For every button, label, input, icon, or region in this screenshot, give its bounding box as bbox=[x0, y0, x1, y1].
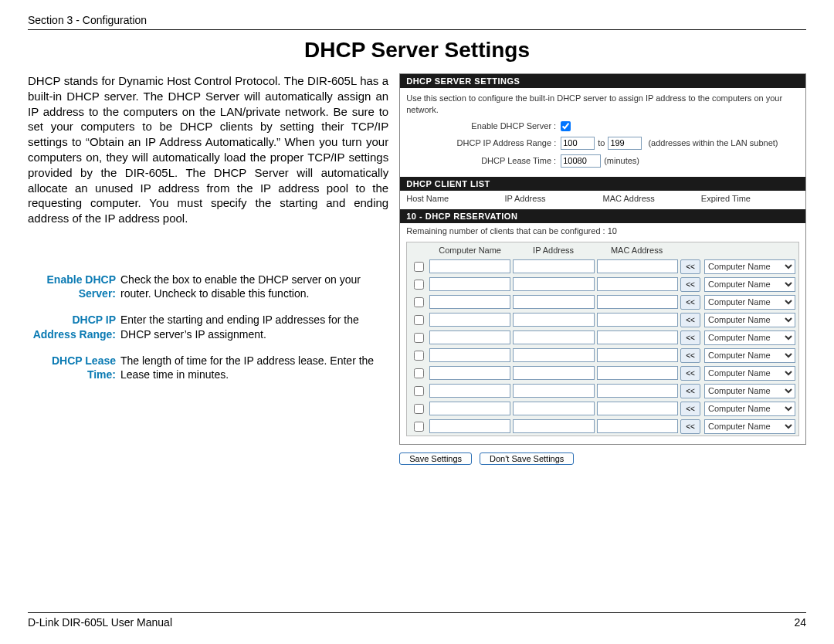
reservation-ip-input[interactable] bbox=[513, 384, 594, 398]
reservation-row: <<Computer Name bbox=[407, 364, 798, 382]
save-button[interactable]: Save Settings bbox=[399, 452, 472, 465]
client-column-header: Host Name bbox=[406, 194, 504, 203]
router-screenshot: DHCP SERVER SETTINGS Use this section to… bbox=[399, 73, 806, 465]
reservation-mac-input[interactable] bbox=[597, 277, 678, 291]
copy-from-list-button[interactable]: << bbox=[680, 419, 700, 434]
reservation-computer-select[interactable]: Computer Name bbox=[704, 366, 795, 381]
footer-page-number: 24 bbox=[794, 616, 806, 629]
copy-from-list-button[interactable]: << bbox=[680, 402, 700, 416]
reservation-computer-select[interactable]: Computer Name bbox=[704, 330, 795, 345]
reservation-computer-input[interactable] bbox=[429, 348, 510, 362]
copy-from-list-button[interactable]: << bbox=[680, 384, 700, 398]
reservation-ip-input[interactable] bbox=[513, 366, 594, 380]
lease-unit: (minutes) bbox=[604, 155, 639, 167]
reservation-computer-input[interactable] bbox=[429, 366, 510, 380]
reservation-computer-input[interactable] bbox=[429, 295, 510, 309]
reservation-computer-input[interactable] bbox=[429, 277, 510, 291]
enable-dhcp-checkbox[interactable] bbox=[561, 121, 571, 131]
panel-header-reservation: 10 - DHCP RESERVATION bbox=[400, 209, 805, 223]
lease-input[interactable] bbox=[561, 154, 601, 168]
copy-from-list-button[interactable]: << bbox=[680, 295, 700, 310]
reservation-computer-input[interactable] bbox=[429, 313, 510, 327]
divider bbox=[28, 29, 806, 30]
reservation-mac-input[interactable] bbox=[597, 402, 678, 415]
def-term: Enable DHCP Server: bbox=[28, 273, 120, 300]
enable-dhcp-label: Enable DHCP Server : bbox=[406, 120, 561, 132]
reservation-mac-input[interactable] bbox=[597, 384, 678, 398]
def-desc: Check the box to enable the DHCP server … bbox=[120, 273, 388, 300]
reservation-note: Remaining number of clients that can be … bbox=[406, 226, 799, 236]
reservation-enable-checkbox[interactable] bbox=[414, 333, 424, 343]
copy-from-list-button[interactable]: << bbox=[680, 330, 700, 345]
reservation-ip-input[interactable] bbox=[513, 330, 594, 344]
reservation-mac-input[interactable] bbox=[597, 330, 678, 344]
range-end-input[interactable] bbox=[608, 137, 642, 150]
dont-save-button[interactable]: Don't Save Settings bbox=[480, 452, 574, 465]
reservation-mac-input[interactable] bbox=[597, 295, 678, 309]
range-start-input[interactable] bbox=[561, 137, 595, 150]
divider bbox=[28, 612, 806, 613]
res-header-ip: IP Address bbox=[513, 246, 594, 255]
reservation-enable-checkbox[interactable] bbox=[414, 368, 424, 378]
reservation-computer-select[interactable]: Computer Name bbox=[704, 259, 795, 274]
range-note: (addresses within the LAN subnet) bbox=[648, 137, 778, 149]
reservation-enable-checkbox[interactable] bbox=[414, 351, 424, 361]
reservation-computer-select[interactable]: Computer Name bbox=[704, 295, 795, 310]
def-term: DHCP IP Address Range: bbox=[28, 313, 120, 341]
reservation-enable-checkbox[interactable] bbox=[414, 280, 424, 290]
copy-from-list-button[interactable]: << bbox=[680, 348, 700, 363]
panel-desc: Use this section to configure the built-… bbox=[406, 93, 799, 116]
reservation-ip-input[interactable] bbox=[513, 313, 594, 327]
reservation-computer-input[interactable] bbox=[429, 402, 510, 415]
reservation-enable-checkbox[interactable] bbox=[414, 386, 424, 396]
reservation-mac-input[interactable] bbox=[597, 313, 678, 327]
reservation-row: <<Computer Name bbox=[407, 418, 798, 436]
reservation-mac-input[interactable] bbox=[597, 419, 678, 433]
reservation-computer-select[interactable]: Computer Name bbox=[704, 402, 795, 416]
panel-header-clients: DHCP CLIENT LIST bbox=[400, 177, 805, 191]
footer-manual-label: D-Link DIR-605L User Manual bbox=[28, 616, 172, 629]
copy-from-list-button[interactable]: << bbox=[680, 259, 700, 274]
reservation-row: <<Computer Name bbox=[407, 382, 798, 400]
reservation-row: <<Computer Name bbox=[407, 258, 798, 276]
panel-header-settings: DHCP SERVER SETTINGS bbox=[400, 74, 805, 88]
reservation-mac-input[interactable] bbox=[597, 366, 678, 380]
reservation-ip-input[interactable] bbox=[513, 348, 594, 362]
copy-from-list-button[interactable]: << bbox=[680, 313, 700, 327]
copy-from-list-button[interactable]: << bbox=[680, 366, 700, 381]
reservation-enable-checkbox[interactable] bbox=[414, 422, 424, 432]
client-column-header: Expired Time bbox=[701, 194, 799, 203]
reservation-computer-input[interactable] bbox=[429, 419, 510, 433]
reservation-ip-input[interactable] bbox=[513, 259, 594, 273]
reservation-computer-input[interactable] bbox=[429, 384, 510, 398]
reservation-computer-input[interactable] bbox=[429, 330, 510, 344]
reservation-enable-checkbox[interactable] bbox=[414, 404, 424, 414]
def-desc: The length of time for the IP address le… bbox=[120, 354, 388, 381]
reservation-ip-input[interactable] bbox=[513, 295, 594, 309]
reservation-computer-select[interactable]: Computer Name bbox=[704, 384, 795, 398]
reservation-enable-checkbox[interactable] bbox=[414, 315, 424, 325]
res-header-computer: Computer Name bbox=[429, 246, 510, 255]
lease-label: DHCP Lease Time : bbox=[406, 155, 561, 167]
reservation-enable-checkbox[interactable] bbox=[414, 297, 424, 307]
reservation-ip-input[interactable] bbox=[513, 402, 594, 415]
reservation-mac-input[interactable] bbox=[597, 259, 678, 273]
reservation-row: <<Computer Name bbox=[407, 329, 798, 347]
section-label: Section 3 - Configuration bbox=[28, 14, 806, 26]
reservation-computer-input[interactable] bbox=[429, 259, 510, 273]
client-column-header: MAC Address bbox=[603, 194, 701, 203]
reservation-computer-select[interactable]: Computer Name bbox=[704, 277, 795, 292]
reservation-computer-select[interactable]: Computer Name bbox=[704, 348, 795, 363]
reservation-computer-select[interactable]: Computer Name bbox=[704, 419, 795, 434]
def-desc: Enter the starting and ending IP address… bbox=[120, 313, 388, 341]
def-term: DHCP Lease Time: bbox=[28, 354, 120, 381]
reservation-enable-checkbox[interactable] bbox=[414, 262, 424, 272]
reservation-computer-select[interactable]: Computer Name bbox=[704, 313, 795, 327]
reservation-ip-input[interactable] bbox=[513, 419, 594, 433]
reservation-ip-input[interactable] bbox=[513, 277, 594, 291]
copy-from-list-button[interactable]: << bbox=[680, 277, 700, 292]
reservation-row: <<Computer Name bbox=[407, 276, 798, 293]
intro-paragraph: DHCP stands for Dynamic Host Control Pro… bbox=[28, 73, 388, 226]
reservation-mac-input[interactable] bbox=[597, 348, 678, 362]
left-column: DHCP stands for Dynamic Host Control Pro… bbox=[28, 73, 388, 394]
